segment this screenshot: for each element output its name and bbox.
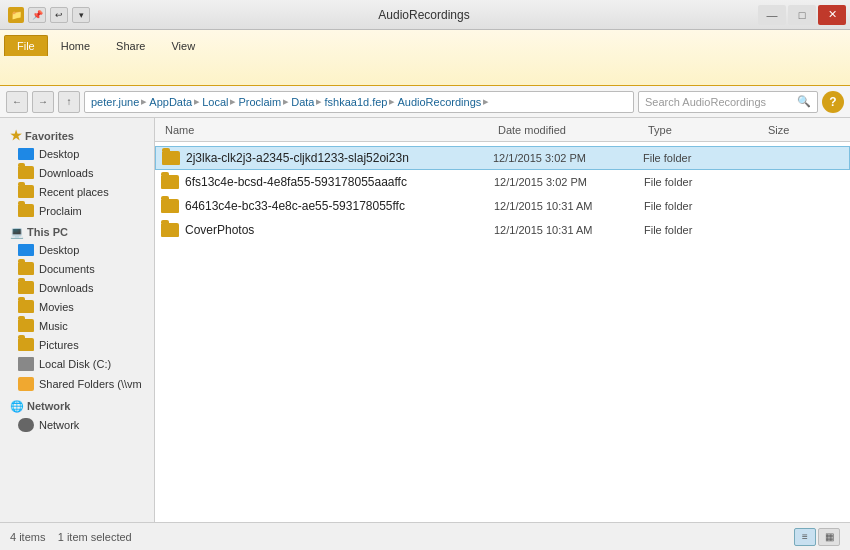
file-date: 12/1/2015 10:31 AM (494, 200, 644, 212)
file-area: Name Date modified Type Size 2j3lka-clk2… (155, 118, 850, 522)
file-date: 12/1/2015 3:02 PM (493, 152, 643, 164)
main-content: ★ Favorites Desktop Downloads Recent pla… (0, 118, 850, 522)
view-details-button[interactable]: ≡ (794, 528, 816, 546)
tab-view[interactable]: View (158, 35, 208, 56)
sidebar-item-shared[interactable]: Shared Folders (\\vm (0, 374, 154, 394)
disk-icon (18, 357, 34, 371)
sidebar-thispc-header[interactable]: 💻 This PC (0, 220, 154, 241)
status-bar: 4 items 1 item selected ≡ ▦ (0, 522, 850, 550)
view-tiles-button[interactable]: ▦ (818, 528, 840, 546)
file-name: 64613c4e-bc33-4e8c-ae55-593178055ffc (185, 199, 494, 213)
quick-access-properties[interactable]: ▾ (72, 7, 90, 23)
sidebar-item-network[interactable]: Network (0, 415, 154, 435)
folder-icon (162, 151, 180, 165)
table-row[interactable]: 64613c4e-bc33-4e8c-ae55-593178055ffc 12/… (155, 194, 850, 218)
maximize-button[interactable]: □ (788, 5, 816, 25)
path-appdata[interactable]: AppData (149, 96, 192, 108)
path-local[interactable]: Local (202, 96, 228, 108)
tab-home[interactable]: Home (48, 35, 103, 56)
table-row[interactable]: CoverPhotos 12/1/2015 10:31 AM File fold… (155, 218, 850, 242)
search-placeholder: Search AudioRecordings (645, 96, 766, 108)
view-toggles: ≡ ▦ (794, 528, 840, 546)
window-title: AudioRecordings (90, 8, 758, 22)
network-icon (18, 418, 34, 432)
back-button[interactable]: ← (6, 91, 28, 113)
ribbon-tabs: File Home Share View (0, 30, 850, 56)
folder-icon (18, 204, 34, 217)
minimize-button[interactable]: — (758, 5, 786, 25)
sidebar-item-documents[interactable]: Documents (0, 259, 154, 278)
folder-icon (18, 166, 34, 179)
ribbon-content (0, 56, 850, 86)
title-bar: 📁 📌 ↩ ▾ AudioRecordings — □ ✕ (0, 0, 850, 30)
shared-icon (18, 377, 34, 391)
folder-icon (18, 185, 34, 198)
sidebar-item-movies[interactable]: Movies (0, 297, 154, 316)
folder-icon (161, 223, 179, 237)
file-type: File folder (643, 152, 763, 164)
folder-icon (18, 319, 34, 332)
folder-icon (18, 262, 34, 275)
forward-button[interactable]: → (32, 91, 54, 113)
col-size[interactable]: Size (764, 124, 844, 136)
folder-icon (18, 300, 34, 313)
table-row[interactable]: 6fs13c4e-bcsd-4e8fa55-593178055aaaffc 12… (155, 170, 850, 194)
sidebar-network-header[interactable]: 🌐 Network (0, 394, 154, 415)
sidebar-item-localdisk[interactable]: Local Disk (C:) (0, 354, 154, 374)
path-audiorecordings[interactable]: AudioRecordings (397, 96, 481, 108)
col-date[interactable]: Date modified (494, 124, 644, 136)
file-type: File folder (644, 200, 764, 212)
sidebar-item-music[interactable]: Music (0, 316, 154, 335)
path-fshkaa[interactable]: fshkaa1d.fep (324, 96, 387, 108)
ribbon: File Home Share View (0, 30, 850, 86)
tab-file[interactable]: File (4, 35, 48, 56)
table-row[interactable]: 2j3lka-clk2j3-a2345-cljkd1233-slaj52oi23… (155, 146, 850, 170)
title-bar-left: 📁 📌 ↩ ▾ (8, 7, 90, 23)
sidebar-item-proclaim[interactable]: Proclaim (0, 201, 154, 220)
sidebar-item-desktop-fav[interactable]: Desktop (0, 145, 154, 163)
file-list-header: Name Date modified Type Size (155, 118, 850, 142)
address-bar: ← → ↑ peter.june ▸ AppData ▸ Local ▸ Pro… (0, 86, 850, 118)
sidebar-item-downloads-fav[interactable]: Downloads (0, 163, 154, 182)
quick-access-undo[interactable]: ↩ (50, 7, 68, 23)
file-date: 12/1/2015 3:02 PM (494, 176, 644, 188)
up-button[interactable]: ↑ (58, 91, 80, 113)
path-peter[interactable]: peter.june (91, 96, 139, 108)
file-list: 2j3lka-clk2j3-a2345-cljkd1233-slaj52oi23… (155, 142, 850, 522)
file-type: File folder (644, 224, 764, 236)
sidebar-favorites-header[interactable]: ★ Favorites (0, 122, 154, 145)
tab-share[interactable]: Share (103, 35, 158, 56)
folder-icon (18, 281, 34, 294)
app-icon: 📁 (8, 7, 24, 23)
path-proclaim[interactable]: Proclaim (238, 96, 281, 108)
desktop-icon (18, 148, 34, 160)
file-name: 2j3lka-clk2j3-a2345-cljkd1233-slaj52oi23… (186, 151, 493, 165)
file-type: File folder (644, 176, 764, 188)
folder-icon (161, 199, 179, 213)
close-button[interactable]: ✕ (818, 5, 846, 25)
search-box[interactable]: Search AudioRecordings 🔍 (638, 91, 818, 113)
file-date: 12/1/2015 10:31 AM (494, 224, 644, 236)
quick-access-pin[interactable]: 📌 (28, 7, 46, 23)
path-data[interactable]: Data (291, 96, 314, 108)
sidebar-item-pictures[interactable]: Pictures (0, 335, 154, 354)
status-item-count: 4 items 1 item selected (10, 531, 132, 543)
folder-icon (18, 338, 34, 351)
sidebar: ★ Favorites Desktop Downloads Recent pla… (0, 118, 155, 522)
folder-icon (161, 175, 179, 189)
col-type[interactable]: Type (644, 124, 764, 136)
sidebar-item-desktop-pc[interactable]: Desktop (0, 241, 154, 259)
address-path[interactable]: peter.june ▸ AppData ▸ Local ▸ Proclaim … (84, 91, 634, 113)
desktop-icon (18, 244, 34, 256)
search-icon: 🔍 (797, 95, 811, 108)
sidebar-item-recent[interactable]: Recent places (0, 182, 154, 201)
window-controls: — □ ✕ (758, 5, 846, 25)
file-name: 6fs13c4e-bcsd-4e8fa55-593178055aaaffc (185, 175, 494, 189)
file-name: CoverPhotos (185, 223, 494, 237)
col-name[interactable]: Name (161, 124, 494, 136)
sidebar-item-downloads-pc[interactable]: Downloads (0, 278, 154, 297)
help-button[interactable]: ? (822, 91, 844, 113)
